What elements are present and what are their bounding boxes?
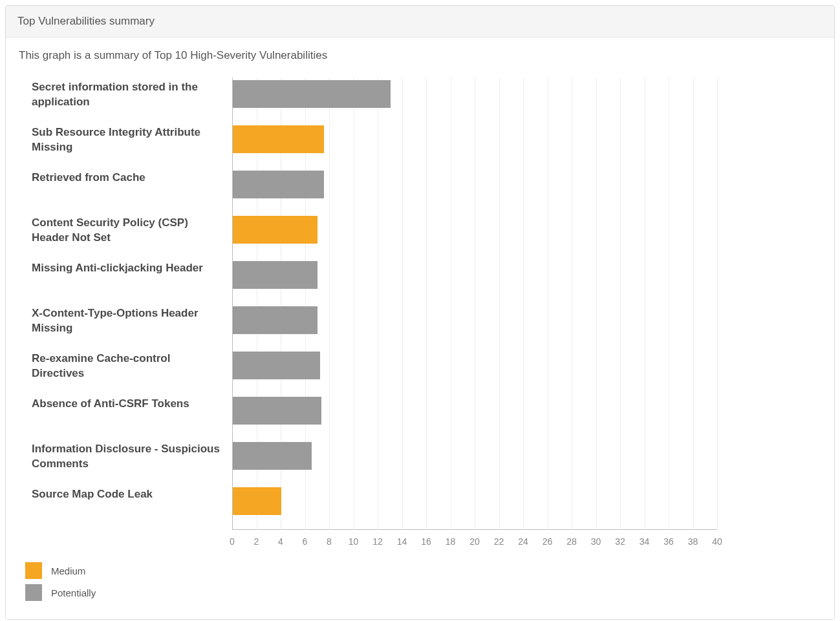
y-category-label: Absence of Anti-CSRF Tokens [32,397,232,412]
x-tick-label: 20 [469,536,480,547]
x-tick-label: 12 [372,536,383,547]
grid-line [426,78,427,530]
y-category-label: X-Content-Type-Options Header Missing [32,306,232,336]
panel-body: This graph is a summary of Top 10 High-S… [6,37,834,619]
bar-medium [233,125,324,153]
y-category-label: Retrieved from Cache [32,171,232,185]
legend: Medium Potentially [25,562,821,601]
panel-subtitle: This graph is a summary of Top 10 High-S… [19,49,821,62]
bar-medium [233,487,281,515]
x-tick-label: 32 [615,536,625,547]
grid-line [572,78,572,530]
grid-line [548,78,548,530]
grid-line [693,78,694,530]
x-tick-label: 4 [278,536,283,547]
bar-potentially [233,397,321,425]
bar-potentially [233,261,318,289]
bar-potentially [233,171,324,198]
x-tick-label: 0 [230,536,235,547]
bar-potentially [233,306,318,334]
y-category-label: Information Disclosure - Suspicious Comm… [32,442,232,472]
bar-potentially [233,80,391,108]
legend-swatch-potentially [25,584,42,601]
grid-line [717,78,718,530]
grid-line [475,78,475,530]
x-tick-label: 36 [663,536,674,547]
grid-line [596,78,597,530]
legend-item-medium: Medium [25,562,821,579]
bar-potentially [233,442,312,470]
x-tick-label: 14 [397,536,407,547]
grid-line [620,78,621,530]
y-category-label: Secret information stored in the applica… [32,80,232,110]
bar-potentially [233,352,320,379]
grid-line [645,78,645,530]
legend-swatch-medium [25,562,42,579]
x-tick-label: 30 [591,536,601,547]
grid-line [499,78,500,530]
x-tick-label: 38 [688,536,698,547]
y-category-label: Sub Resource Integrity Attribute Missing [32,125,232,155]
x-tick-label: 28 [566,536,577,547]
panel-title: Top Vulnerabilities summary [17,15,155,27]
y-category-label: Content Security Policy (CSP) Header Not… [32,216,232,246]
grid-line [669,78,669,530]
vulnerabilities-panel: Top Vulnerabilities summary This graph i… [5,5,835,620]
y-category-label: Re-examine Cache-control Directives [32,352,232,381]
grid-line [354,78,354,530]
x-tick-label: 26 [543,536,553,547]
chart: 0246810121416182022242628303234363840Sec… [19,78,821,530]
x-tick-label: 2 [254,536,259,547]
legend-item-potentially: Potentially [25,584,821,601]
grid-line [451,78,451,530]
x-tick-label: 8 [327,536,332,547]
x-tick-label: 6 [303,536,308,547]
x-tick-label: 34 [640,536,650,547]
x-tick-label: 10 [349,536,359,547]
grid-line [402,78,403,530]
legend-label-medium: Medium [51,565,85,576]
grid-line [523,78,524,530]
panel-header: Top Vulnerabilities summary [6,6,834,37]
x-tick-label: 22 [494,536,504,547]
y-category-label: Missing Anti-clickjacking Header [32,261,232,276]
x-tick-label: 24 [518,536,528,547]
grid-line [378,78,378,530]
grid-line [329,78,330,530]
y-category-label: Source Map Code Leak [32,487,232,502]
bar-medium [233,216,318,244]
x-tick-label: 40 [712,536,722,547]
plot-area: 0246810121416182022242628303234363840Sec… [232,78,717,530]
x-tick-label: 16 [421,536,431,547]
x-tick-label: 18 [446,536,456,547]
legend-label-potentially: Potentially [51,587,96,598]
